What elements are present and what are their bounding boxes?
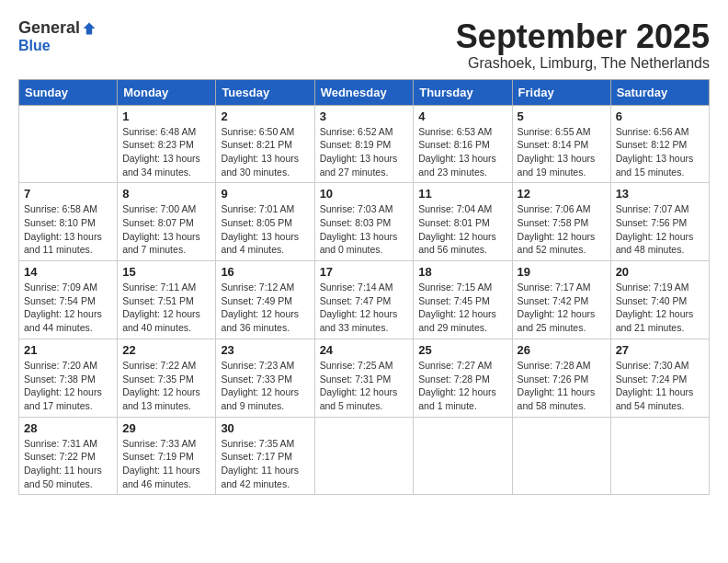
day-info: Sunrise: 6:55 AM Sunset: 8:14 PM Dayligh… bbox=[518, 125, 606, 179]
location-title: Grashoek, Limburg, The Netherlands bbox=[456, 55, 710, 72]
day-number: 23 bbox=[221, 343, 309, 357]
day-number: 20 bbox=[616, 265, 704, 279]
calendar-cell: 28Sunrise: 7:31 AM Sunset: 7:22 PM Dayli… bbox=[19, 417, 118, 495]
logo-general: General bbox=[18, 18, 80, 38]
title-area: September 2025 Grashoek, Limburg, The Ne… bbox=[456, 18, 710, 72]
day-info: Sunrise: 7:04 AM Sunset: 8:01 PM Dayligh… bbox=[418, 202, 506, 257]
calendar-cell: 20Sunrise: 7:19 AM Sunset: 7:40 PM Dayli… bbox=[610, 261, 709, 339]
day-number: 1 bbox=[122, 109, 210, 123]
calendar-cell: 8Sunrise: 7:00 AM Sunset: 8:07 PM Daylig… bbox=[118, 183, 216, 261]
calendar-week-row: 21Sunrise: 7:20 AM Sunset: 7:38 PM Dayli… bbox=[19, 339, 710, 417]
day-number: 4 bbox=[418, 109, 506, 123]
day-info: Sunrise: 7:27 AM Sunset: 7:28 PM Dayligh… bbox=[418, 359, 506, 413]
day-info: Sunrise: 7:22 AM Sunset: 7:35 PM Dayligh… bbox=[122, 359, 210, 413]
day-number: 13 bbox=[616, 187, 704, 201]
calendar-cell: 13Sunrise: 7:07 AM Sunset: 7:56 PM Dayli… bbox=[610, 183, 709, 261]
day-info: Sunrise: 7:12 AM Sunset: 7:49 PM Dayligh… bbox=[221, 281, 309, 335]
day-number: 14 bbox=[24, 265, 112, 279]
calendar-cell: 14Sunrise: 7:09 AM Sunset: 7:54 PM Dayli… bbox=[19, 261, 118, 339]
day-info: Sunrise: 7:25 AM Sunset: 7:31 PM Dayligh… bbox=[320, 359, 409, 413]
day-info: Sunrise: 7:00 AM Sunset: 8:07 PM Dayligh… bbox=[122, 202, 210, 257]
day-info: Sunrise: 6:56 AM Sunset: 8:12 PM Dayligh… bbox=[616, 125, 704, 179]
day-info: Sunrise: 6:48 AM Sunset: 8:23 PM Dayligh… bbox=[122, 125, 210, 179]
calendar-cell bbox=[610, 417, 709, 495]
day-number: 16 bbox=[221, 265, 309, 279]
calendar-cell: 4Sunrise: 6:53 AM Sunset: 8:16 PM Daylig… bbox=[414, 105, 512, 183]
day-number: 11 bbox=[418, 187, 506, 201]
calendar-cell: 25Sunrise: 7:27 AM Sunset: 7:28 PM Dayli… bbox=[414, 339, 512, 417]
day-header-saturday: Saturday bbox=[610, 79, 709, 105]
calendar-cell bbox=[512, 417, 610, 495]
calendar-cell: 22Sunrise: 7:22 AM Sunset: 7:35 PM Dayli… bbox=[118, 339, 216, 417]
day-info: Sunrise: 7:19 AM Sunset: 7:40 PM Dayligh… bbox=[616, 281, 704, 335]
day-info: Sunrise: 6:53 AM Sunset: 8:16 PM Dayligh… bbox=[418, 125, 506, 179]
calendar-cell: 27Sunrise: 7:30 AM Sunset: 7:24 PM Dayli… bbox=[610, 339, 709, 417]
calendar-cell bbox=[414, 417, 512, 495]
day-info: Sunrise: 7:35 AM Sunset: 7:17 PM Dayligh… bbox=[221, 437, 309, 491]
day-number: 9 bbox=[221, 187, 309, 201]
calendar-cell: 10Sunrise: 7:03 AM Sunset: 8:03 PM Dayli… bbox=[314, 183, 414, 261]
calendar-cell: 29Sunrise: 7:33 AM Sunset: 7:19 PM Dayli… bbox=[118, 417, 216, 495]
day-number: 24 bbox=[320, 343, 409, 357]
day-number: 22 bbox=[122, 343, 210, 357]
day-number: 5 bbox=[518, 109, 606, 123]
day-number: 25 bbox=[418, 343, 506, 357]
day-info: Sunrise: 7:23 AM Sunset: 7:33 PM Dayligh… bbox=[221, 359, 309, 413]
calendar-cell: 19Sunrise: 7:17 AM Sunset: 7:42 PM Dayli… bbox=[512, 261, 610, 339]
calendar-cell: 24Sunrise: 7:25 AM Sunset: 7:31 PM Dayli… bbox=[314, 339, 414, 417]
logo-blue: Blue bbox=[18, 38, 51, 54]
day-number: 10 bbox=[320, 187, 409, 201]
day-info: Sunrise: 7:15 AM Sunset: 7:45 PM Dayligh… bbox=[418, 281, 506, 335]
day-info: Sunrise: 7:14 AM Sunset: 7:47 PM Dayligh… bbox=[320, 281, 409, 335]
calendar-cell: 11Sunrise: 7:04 AM Sunset: 8:01 PM Dayli… bbox=[414, 183, 512, 261]
day-number: 28 bbox=[24, 421, 112, 435]
calendar-cell: 2Sunrise: 6:50 AM Sunset: 8:21 PM Daylig… bbox=[216, 105, 314, 183]
day-number: 29 bbox=[122, 421, 210, 435]
day-number: 7 bbox=[24, 187, 112, 201]
calendar-cell: 21Sunrise: 7:20 AM Sunset: 7:38 PM Dayli… bbox=[19, 339, 118, 417]
day-number: 3 bbox=[320, 109, 409, 123]
calendar-cell bbox=[19, 105, 118, 183]
calendar-cell: 16Sunrise: 7:12 AM Sunset: 7:49 PM Dayli… bbox=[216, 261, 314, 339]
day-info: Sunrise: 7:09 AM Sunset: 7:54 PM Dayligh… bbox=[24, 281, 112, 335]
day-number: 6 bbox=[616, 109, 704, 123]
day-header-tuesday: Tuesday bbox=[216, 79, 314, 105]
day-info: Sunrise: 7:01 AM Sunset: 8:05 PM Dayligh… bbox=[221, 202, 309, 257]
calendar-table: SundayMondayTuesdayWednesdayThursdayFrid… bbox=[18, 79, 710, 496]
logo: General Blue bbox=[18, 18, 97, 54]
day-header-wednesday: Wednesday bbox=[314, 79, 414, 105]
calendar-cell: 23Sunrise: 7:23 AM Sunset: 7:33 PM Dayli… bbox=[216, 339, 314, 417]
calendar-week-row: 14Sunrise: 7:09 AM Sunset: 7:54 PM Dayli… bbox=[19, 261, 710, 339]
day-info: Sunrise: 7:17 AM Sunset: 7:42 PM Dayligh… bbox=[518, 281, 606, 335]
day-info: Sunrise: 7:28 AM Sunset: 7:26 PM Dayligh… bbox=[518, 359, 606, 413]
day-info: Sunrise: 7:33 AM Sunset: 7:19 PM Dayligh… bbox=[122, 437, 210, 491]
month-title: September 2025 bbox=[456, 18, 710, 55]
day-info: Sunrise: 7:30 AM Sunset: 7:24 PM Dayligh… bbox=[616, 359, 704, 413]
calendar-cell: 1Sunrise: 6:48 AM Sunset: 8:23 PM Daylig… bbox=[118, 105, 216, 183]
day-number: 8 bbox=[122, 187, 210, 201]
day-number: 17 bbox=[320, 265, 409, 279]
day-header-thursday: Thursday bbox=[414, 79, 512, 105]
calendar-week-row: 7Sunrise: 6:58 AM Sunset: 8:10 PM Daylig… bbox=[19, 183, 710, 261]
day-number: 18 bbox=[418, 265, 506, 279]
calendar-cell: 7Sunrise: 6:58 AM Sunset: 8:10 PM Daylig… bbox=[19, 183, 118, 261]
day-number: 12 bbox=[518, 187, 606, 201]
day-number: 27 bbox=[616, 343, 704, 357]
day-number: 2 bbox=[221, 109, 309, 123]
day-info: Sunrise: 7:03 AM Sunset: 8:03 PM Dayligh… bbox=[320, 202, 409, 257]
calendar-cell: 3Sunrise: 6:52 AM Sunset: 8:19 PM Daylig… bbox=[314, 105, 414, 183]
calendar-cell: 6Sunrise: 6:56 AM Sunset: 8:12 PM Daylig… bbox=[610, 105, 709, 183]
day-info: Sunrise: 6:52 AM Sunset: 8:19 PM Dayligh… bbox=[320, 125, 409, 179]
day-number: 19 bbox=[518, 265, 606, 279]
day-header-sunday: Sunday bbox=[19, 79, 118, 105]
calendar-cell: 15Sunrise: 7:11 AM Sunset: 7:51 PM Dayli… bbox=[118, 261, 216, 339]
calendar-cell: 5Sunrise: 6:55 AM Sunset: 8:14 PM Daylig… bbox=[512, 105, 610, 183]
calendar-cell: 9Sunrise: 7:01 AM Sunset: 8:05 PM Daylig… bbox=[216, 183, 314, 261]
calendar-week-row: 1Sunrise: 6:48 AM Sunset: 8:23 PM Daylig… bbox=[19, 105, 710, 183]
day-info: Sunrise: 7:31 AM Sunset: 7:22 PM Dayligh… bbox=[24, 437, 112, 491]
calendar-cell: 17Sunrise: 7:14 AM Sunset: 7:47 PM Dayli… bbox=[314, 261, 414, 339]
logo-icon bbox=[82, 21, 97, 36]
day-number: 30 bbox=[221, 421, 309, 435]
day-number: 15 bbox=[122, 265, 210, 279]
calendar-cell: 30Sunrise: 7:35 AM Sunset: 7:17 PM Dayli… bbox=[216, 417, 314, 495]
